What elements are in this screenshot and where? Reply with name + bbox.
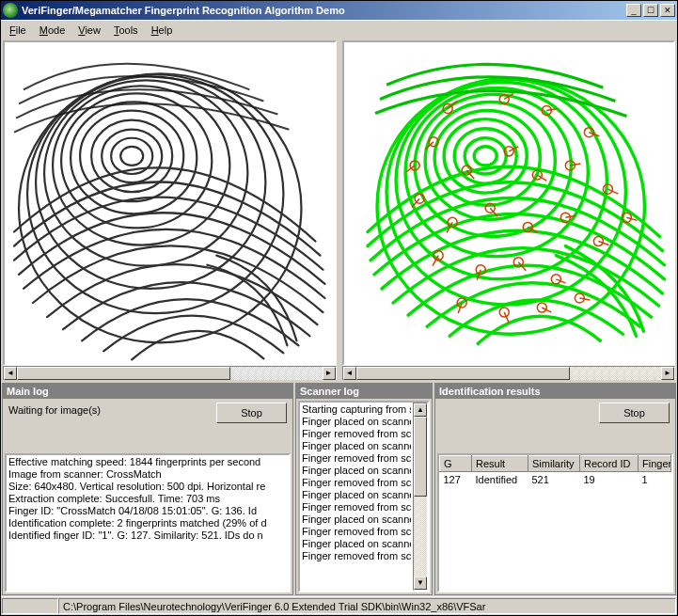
col-result[interactable]: Result (472, 456, 528, 472)
table-row[interactable]: 127 Identified 521 19 1 (440, 472, 671, 488)
status-bar: C:\Program Files\Neurotechnology\VeriFin… (1, 596, 677, 615)
identification-results-panel: Identification results Stop G Result Sim… (434, 383, 676, 595)
log-line: Finger removed from scan (302, 526, 411, 538)
scroll-down-icon[interactable]: ▼ (414, 577, 427, 590)
scroll-right-icon[interactable]: ► (661, 367, 674, 380)
log-line: Starting capturing from sc (302, 403, 411, 416)
log-line: Finger placed on scanne (302, 513, 411, 526)
log-line: Finger removed from scan (302, 452, 411, 465)
main-log-status-text: Waiting for image(s) (8, 403, 101, 416)
log-line: Size: 640x480. Vertical resolution: 500 … (8, 481, 287, 493)
menu-help[interactable]: Help (145, 23, 180, 38)
main-log-stop-button[interactable]: Stop (216, 403, 287, 423)
log-line: Image from scanner: CrossMatch (8, 468, 287, 481)
log-line: Identified finger ID: "1". G: 127. Simil… (8, 529, 287, 542)
cell-similarity: 521 (528, 472, 580, 488)
menu-mode[interactable]: Mode (33, 23, 72, 38)
cell-record-id: 19 (580, 472, 639, 488)
log-line: Finger ID: "CrossMatch 04/18/08 15:01:05… (8, 505, 287, 517)
title-bar: VeriFinger/Megamatcher Fingerprint Recog… (1, 1, 677, 20)
status-cell-path: C:\Program Files\Neurotechnology\VeriFin… (58, 598, 676, 614)
bottom-panels: Main log Waiting for image(s) Stop Effec… (1, 380, 677, 596)
cell-g: 127 (440, 472, 472, 488)
results-stop-button[interactable]: Stop (599, 403, 670, 423)
cell-finger-id: 1 (639, 472, 671, 488)
window-title: VeriFinger/Megamatcher Fingerprint Recog… (22, 5, 626, 16)
scroll-right-icon[interactable]: ► (323, 367, 336, 380)
col-finger-id[interactable]: Finger ID (639, 456, 671, 472)
col-record-id[interactable]: Record ID (580, 456, 639, 472)
log-line: Finger removed from scan (302, 501, 411, 513)
scroll-left-icon[interactable]: ◄ (4, 367, 17, 380)
identification-results-header: Identification results (435, 384, 675, 399)
col-g[interactable]: G (440, 456, 472, 472)
log-line: Finger placed on scanne (302, 465, 411, 477)
maximize-button[interactable]: ☐ (643, 4, 658, 17)
menu-tools[interactable]: Tools (107, 23, 145, 38)
log-line: Finger removed from scan (302, 428, 411, 440)
log-line: Extraction complete: Succesfull. Time: 7… (8, 493, 287, 505)
menu-bar: File Mode View Tools Help (1, 20, 677, 39)
log-line: Finger placed on scanne (302, 440, 411, 452)
main-log-panel: Main log Waiting for image(s) Stop Effec… (2, 383, 293, 595)
scroll-left-icon[interactable]: ◄ (343, 367, 356, 380)
scanner-log-v-scrollbar[interactable]: ▲ ▼ (413, 403, 428, 591)
log-line: Effective matching speed: 1844 fingerpri… (8, 456, 287, 468)
log-line: Finger placed on scanne (302, 489, 411, 501)
main-log-textarea[interactable]: Effective matching speed: 1844 fingerpri… (5, 453, 291, 592)
minimize-button[interactable]: _ (626, 4, 641, 17)
results-table[interactable]: G Result Similarity Record ID Finger ID … (439, 455, 671, 487)
status-cell-left (2, 598, 58, 614)
log-line: Finger placed on scanne (302, 538, 411, 550)
col-similarity[interactable]: Similarity (528, 456, 580, 472)
menu-file[interactable]: File (3, 23, 33, 38)
left-pane: ◄ ► (1, 39, 339, 380)
menu-view[interactable]: View (71, 23, 107, 38)
log-line: Identification complete: 2 fingerprints … (8, 517, 287, 529)
log-line: Finger removed from scan (302, 477, 411, 489)
original-fingerprint-image[interactable] (3, 40, 337, 366)
results-table-container: G Result Similarity Record ID Finger ID … (437, 453, 673, 592)
scanner-log-panel: Scanner log Starting capturing from sc F… (295, 383, 433, 595)
cell-result: Identified (472, 472, 528, 488)
app-icon (3, 3, 18, 18)
scanner-log-textarea[interactable]: Starting capturing from sc Finger placed… (298, 401, 430, 592)
scroll-up-icon[interactable]: ▲ (414, 403, 427, 417)
main-log-header: Main log (3, 384, 292, 399)
image-panes: ◄ ► (1, 39, 677, 380)
log-line: Finger placed on scanne (302, 416, 411, 428)
right-pane: ◄ ► (339, 39, 678, 380)
processed-fingerprint-image[interactable] (342, 40, 676, 366)
close-button[interactable]: ✕ (660, 4, 675, 17)
log-line: Finger removed from scan (302, 550, 411, 562)
scanner-log-header: Scanner log (296, 384, 432, 399)
